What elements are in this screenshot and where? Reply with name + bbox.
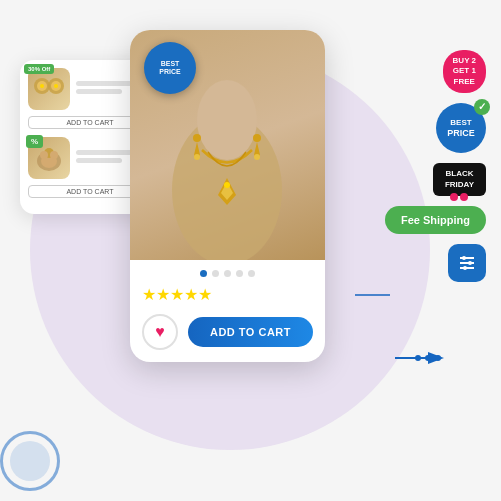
discount-badge: 30% Off [24, 64, 54, 74]
star-4: ★ [184, 285, 198, 304]
svg-point-24 [254, 154, 260, 160]
wishlist-button[interactable]: ♥ [142, 314, 178, 350]
filter-badge[interactable] [448, 244, 486, 282]
product-line [76, 81, 137, 86]
star-5: ★ [198, 285, 212, 304]
svg-point-21 [193, 134, 201, 142]
dot-1[interactable] [200, 270, 207, 277]
right-badges-column: BUY 2 GET 1 FREE ✓ BEST PRICE BLACK FRID… [385, 50, 486, 282]
svg-point-14 [40, 151, 48, 159]
svg-point-3 [425, 355, 431, 361]
add-to-cart-button[interactable]: ADD TO CART [188, 317, 313, 347]
svg-point-17 [197, 80, 257, 160]
svg-point-28 [468, 261, 472, 265]
price-label: PRICE [159, 68, 180, 76]
dot-2[interactable] [212, 270, 219, 277]
heart-icon: ♥ [155, 323, 165, 341]
svg-point-30 [463, 266, 467, 270]
image-dots [130, 270, 325, 277]
black-friday-badge: BLACK FRIDAY [433, 163, 486, 196]
product-line [76, 150, 137, 155]
svg-point-23 [253, 134, 261, 142]
svg-point-22 [194, 154, 200, 160]
decorative-circle-outer [0, 431, 60, 491]
star-3: ★ [170, 285, 184, 304]
fee-shipping-badge: Fee Shipping [385, 206, 486, 234]
black-friday-text: BLACK FRIDAY [445, 169, 474, 188]
best-label: BEST [161, 60, 180, 68]
star-2: ★ [156, 285, 170, 304]
svg-point-10 [54, 84, 58, 88]
svg-point-4 [435, 355, 441, 361]
svg-point-15 [50, 151, 58, 159]
product-line [76, 158, 122, 163]
dot-5[interactable] [248, 270, 255, 277]
svg-point-26 [462, 256, 466, 260]
best-price-right-badge: ✓ BEST PRICE [436, 103, 486, 153]
dot-4[interactable] [236, 270, 243, 277]
product-thumbnail [28, 68, 70, 110]
decorative-circle-group [10, 441, 50, 481]
dot-3[interactable] [224, 270, 231, 277]
svg-point-9 [40, 84, 44, 88]
fee-shipping-text: Fee Shipping [401, 214, 470, 226]
filter-icon [457, 253, 477, 273]
product-image: BEST PRICE [130, 30, 325, 260]
star-rating: ★ ★ ★ ★ ★ [130, 285, 325, 304]
ribbon-piece-2 [460, 193, 468, 201]
product-line [76, 89, 122, 94]
svg-point-20 [224, 182, 230, 188]
main-product-card: BEST PRICE [130, 30, 325, 362]
buy2get1-text: BUY 2 GET 1 FREE [453, 56, 476, 86]
ribbon [450, 193, 468, 201]
percent-badge: % [26, 135, 43, 148]
product-actions: ♥ ADD TO CART [130, 314, 325, 350]
price-label-right: PRICE [447, 128, 475, 139]
checkmark-icon: ✓ [474, 99, 490, 115]
best-price-overlay-badge: BEST PRICE [144, 42, 196, 94]
ribbon-piece-1 [450, 193, 458, 201]
svg-point-2 [415, 355, 421, 361]
best-label-right: BEST [450, 118, 471, 128]
buy2get1-badge: BUY 2 GET 1 FREE [443, 50, 486, 93]
star-1: ★ [142, 285, 156, 304]
